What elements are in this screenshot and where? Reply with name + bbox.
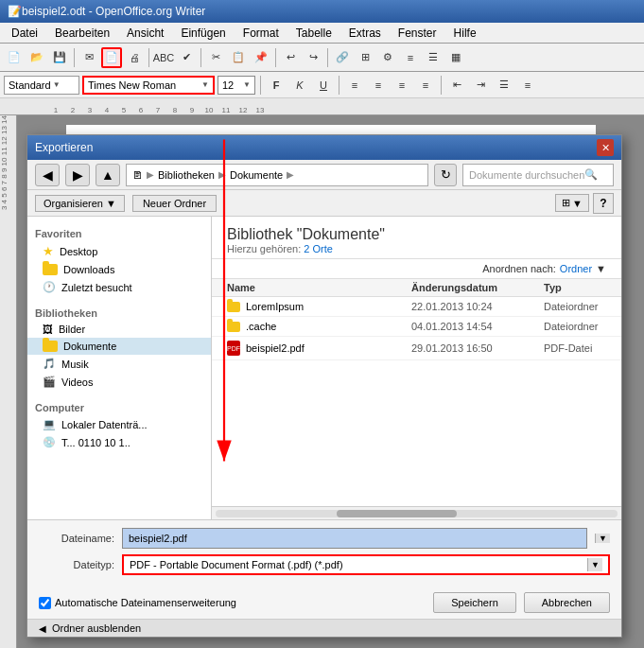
computer-icon: 💻 xyxy=(43,418,56,430)
font-size-selector[interactable]: 12 ▼ xyxy=(218,76,255,95)
breadcrumb-bibliotheken[interactable]: Bibliotheken xyxy=(158,169,215,181)
bold-btn[interactable]: F xyxy=(266,75,287,96)
menu-format[interactable]: Format xyxy=(235,25,287,42)
nav-item-videos[interactable]: 🎬 Videos xyxy=(27,373,211,391)
pdf2-btn[interactable]: 🖨 xyxy=(124,47,145,68)
hide-folder-label: Ordner ausblenden xyxy=(52,622,141,634)
more4-btn[interactable]: ▦ xyxy=(445,47,466,68)
nav-forward-btn[interactable]: ▶ xyxy=(65,164,90,186)
table-btn[interactable]: ⊞ xyxy=(355,47,375,68)
align-left-btn[interactable]: ≡ xyxy=(344,75,365,96)
copy-btn[interactable]: 📋 xyxy=(228,47,249,68)
hyperlink-btn[interactable]: 🔗 xyxy=(332,47,353,68)
nav-up-btn[interactable]: ▲ xyxy=(96,164,120,186)
nav-item-dokumente[interactable]: Dokumente xyxy=(27,338,211,355)
menu-fenster[interactable]: Fenster xyxy=(391,25,444,42)
menu-tabelle[interactable]: Tabelle xyxy=(288,25,339,42)
nav-item-recent[interactable]: 🕐 Zuletzt besucht xyxy=(27,278,211,296)
table-row[interactable]: PDFbeispiel2.pdf29.01.2013 16:50PDF-Date… xyxy=(212,337,621,360)
table-row[interactable]: LoremIpsum22.01.2013 10:24Dateiordner xyxy=(212,297,621,317)
spellcheck-btn[interactable]: ABC xyxy=(153,47,174,68)
align-center-btn[interactable]: ≡ xyxy=(368,75,389,96)
open-btn[interactable]: 📂 xyxy=(26,47,47,68)
folder-icon-downloads xyxy=(43,264,58,275)
menu-hilfe[interactable]: Hilfe xyxy=(446,25,484,42)
sort-arrow: ▼ xyxy=(596,263,606,274)
horizontal-scrollbar[interactable] xyxy=(212,506,621,519)
library-locations-link[interactable]: 2 Orte xyxy=(304,243,333,254)
organize-label: Organisieren xyxy=(44,198,103,209)
font-name-selector[interactable]: Times New Roman ▼ xyxy=(82,76,215,95)
more2-btn[interactable]: ≡ xyxy=(400,47,421,68)
action-buttons: Speichern Abbrechen xyxy=(433,592,610,613)
separator8 xyxy=(441,76,442,95)
underline-btn[interactable]: U xyxy=(313,75,334,96)
redo-btn[interactable]: ↪ xyxy=(303,47,323,68)
search-placeholder: Dokumente durchsuchen xyxy=(469,169,584,181)
help-btn[interactable]: ? xyxy=(593,193,614,214)
style-selector[interactable]: Standard ▼ xyxy=(4,76,79,95)
nav-item-lokaler[interactable]: 💻 Lokaler Datenträ... xyxy=(27,415,211,433)
search-box[interactable]: Dokumente durchsuchen 🔍 xyxy=(462,164,614,186)
view-btn[interactable]: ⊞ ▼ xyxy=(555,194,589,212)
file-date-cell: 04.01.2013 14:54 xyxy=(404,321,536,332)
nav-refresh-btn[interactable]: ↻ xyxy=(434,164,457,186)
auto-extension-checkbox[interactable] xyxy=(39,597,51,609)
email-btn[interactable]: ✉ xyxy=(78,47,99,68)
new-btn[interactable]: 📄 xyxy=(4,47,25,68)
main-area: 3 4 5 6 7 8 9 10 11 12 13 14 Amet Conset… xyxy=(0,115,644,648)
nav-item-musik[interactable]: 🎵 Musik xyxy=(27,355,211,373)
menu-bearbeiten[interactable]: Bearbeiten xyxy=(47,25,117,42)
nav-item-downloads[interactable]: Downloads xyxy=(27,261,211,278)
filename-input[interactable]: beispiel2.pdf xyxy=(122,528,587,549)
save-btn[interactable]: 💾 xyxy=(49,47,70,68)
table-row[interactable]: .cache04.01.2013 14:54Dateiordner xyxy=(212,317,621,337)
filename-dropdown-arrow[interactable]: ▼ xyxy=(595,534,610,543)
library-title: Bibliothek "Dokumente" xyxy=(227,226,606,243)
ruler-mark-9: 9 xyxy=(183,106,200,114)
col-header-name[interactable]: Name xyxy=(212,279,404,296)
cancel-button[interactable]: Abbrechen xyxy=(524,592,610,613)
left-nav-panel: Favoriten ★ Desktop Downloads 🕐 Zuletzt … xyxy=(27,217,212,519)
autocorrect-btn[interactable]: ✔ xyxy=(176,47,197,68)
organize-btn[interactable]: Organisieren ▼ xyxy=(35,195,125,212)
export-dialog: Exportieren ✕ ◀ ▶ ▲ 🖹 ▶ Bibliotheken ▶ D… xyxy=(26,134,622,638)
hide-folder-row[interactable]: ◀ Ordner ausblenden xyxy=(27,619,621,637)
align-right-btn[interactable]: ≡ xyxy=(392,75,412,96)
nav-item-bilder-label: Bilder xyxy=(59,324,85,335)
file-name-cell: LoremIpsum xyxy=(212,301,404,312)
list-btn[interactable]: ☰ xyxy=(494,75,514,96)
new-folder-btn[interactable]: Neuer Ordner xyxy=(132,195,217,212)
align-justify-btn[interactable]: ≡ xyxy=(415,75,436,96)
nav-item-drive2[interactable]: 💿 T... 0110 10 1.. xyxy=(27,433,211,451)
pdf-btn[interactable]: 📄 xyxy=(101,47,122,68)
indent-inc-btn[interactable]: ⇥ xyxy=(470,75,491,96)
menu-einfuegen[interactable]: Einfügen xyxy=(173,25,233,42)
indent-dec-btn[interactable]: ⇤ xyxy=(446,75,467,96)
more3-btn[interactable]: ☰ xyxy=(423,47,444,68)
undo-btn[interactable]: ↩ xyxy=(280,47,301,68)
save-button[interactable]: Speichern xyxy=(433,592,516,613)
title-icon: 📝 xyxy=(8,5,22,18)
filetype-dropdown[interactable]: PDF - Portable Document Format (.pdf) (*… xyxy=(122,554,610,575)
num-list-btn[interactable]: ≡ xyxy=(517,75,538,96)
filetype-dropdown-arrow[interactable]: ▼ xyxy=(587,558,602,571)
col-header-date[interactable]: Änderungsdatum xyxy=(404,279,536,296)
more1-btn[interactable]: ⚙ xyxy=(377,47,398,68)
paste-btn[interactable]: 📌 xyxy=(251,47,271,68)
menu-ansicht[interactable]: Ansicht xyxy=(119,25,171,42)
dialog-close-btn[interactable]: ✕ xyxy=(597,139,614,156)
nav-item-desktop[interactable]: ★ Desktop xyxy=(27,241,211,261)
nav-item-videos-label: Videos xyxy=(61,377,93,388)
folder-icon xyxy=(227,302,240,312)
col-header-type[interactable]: Typ xyxy=(536,279,621,296)
italic-btn[interactable]: K xyxy=(289,75,310,96)
menu-datei[interactable]: Datei xyxy=(4,25,45,42)
nav-back-btn[interactable]: ◀ xyxy=(35,164,60,186)
left-ruler: 3 4 5 6 7 8 9 10 11 12 13 14 xyxy=(0,115,17,648)
sort-value[interactable]: Ordner xyxy=(560,263,592,274)
cut-btn[interactable]: ✂ xyxy=(205,47,226,68)
breadcrumb-dokumente[interactable]: Dokumente xyxy=(230,169,283,181)
menu-extras[interactable]: Extras xyxy=(341,25,389,42)
nav-item-bilder[interactable]: 🖼 Bilder xyxy=(27,321,211,338)
